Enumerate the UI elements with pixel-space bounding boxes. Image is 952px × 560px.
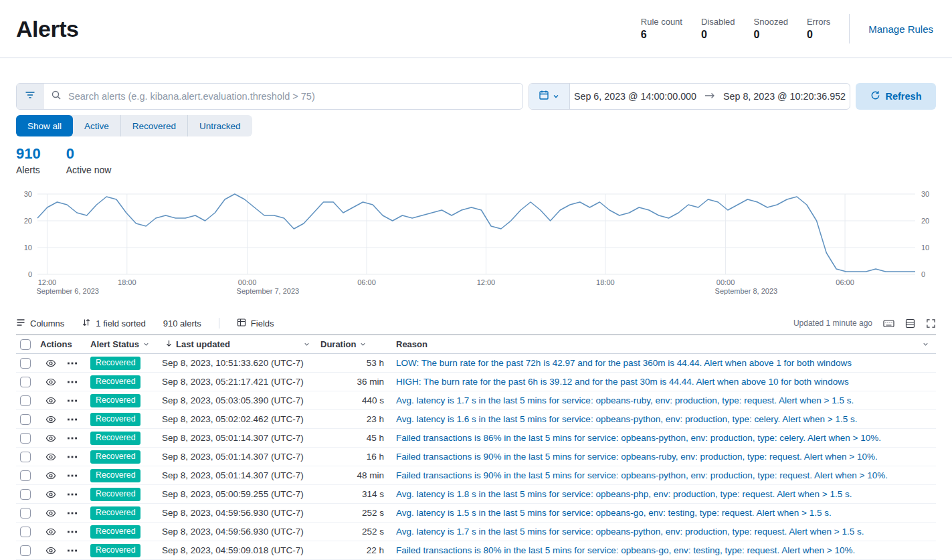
more-actions-icon[interactable] <box>67 527 78 537</box>
svg-text:18:00: 18:00 <box>596 278 615 286</box>
manage-rules-link[interactable]: Manage Rules <box>868 23 933 35</box>
keyboard-shortcuts-icon[interactable] <box>883 318 894 329</box>
stat-value: 0 <box>807 29 830 41</box>
tab-show-all[interactable]: Show all <box>16 115 73 136</box>
row-checkbox[interactable] <box>20 545 31 556</box>
quick-select-button[interactable] <box>529 84 570 109</box>
more-actions-icon[interactable] <box>67 545 78 556</box>
view-alert-icon[interactable] <box>45 414 56 425</box>
reason-link[interactable]: Avg. latency is 1.6 s in the last 5 mins… <box>396 414 936 424</box>
view-alert-icon[interactable] <box>45 508 56 519</box>
date-start-button[interactable]: Sep 6, 2023 @ 14:00:00.000 <box>574 91 696 102</box>
last-updated-cell: Sep 8, 2023, 10:51:33.620 (UTC-7) <box>162 358 316 368</box>
header-last-updated[interactable]: Last updated <box>162 339 316 350</box>
filter-set-button[interactable] <box>17 84 43 109</box>
reason-link[interactable]: Avg. latency is 1.8 s in the last 5 mins… <box>396 489 936 499</box>
view-alert-icon[interactable] <box>45 545 56 556</box>
more-actions-icon[interactable] <box>67 508 78 519</box>
table-body: Recovered Sep 8, 2023, 10:51:33.620 (UTC… <box>16 354 936 560</box>
tab-active[interactable]: Active <box>73 115 120 136</box>
reason-link[interactable]: LOW: The burn rate for the past 72h is 4… <box>396 358 936 368</box>
more-actions-icon[interactable] <box>67 395 78 406</box>
reason-link[interactable]: Failed transactions is 90% in the last 5… <box>396 470 936 480</box>
reason-link[interactable]: Avg. latency is 1.7 s in the last 5 mins… <box>396 395 936 405</box>
row-actions-cell <box>39 377 87 387</box>
header-reason[interactable]: Reason <box>388 339 936 349</box>
tab-recovered[interactable]: Recovered <box>120 115 187 136</box>
view-alert-icon[interactable] <box>45 377 56 387</box>
more-actions-icon[interactable] <box>67 489 78 500</box>
date-end-button[interactable]: Sep 8, 2023 @ 10:20:36.952 <box>723 91 846 102</box>
more-actions-icon[interactable] <box>67 433 78 444</box>
svg-text:September 8, 2023: September 8, 2023 <box>715 287 778 295</box>
row-checkbox-cell <box>16 452 39 462</box>
table-row: Recovered Sep 8, 2023, 05:00:59.255 (UTC… <box>16 485 936 504</box>
row-checkbox[interactable] <box>20 377 31 387</box>
more-actions-icon[interactable] <box>67 414 78 425</box>
status-badge: Recovered <box>90 469 140 482</box>
tab-untracked[interactable]: Untracked <box>187 115 252 136</box>
columns-button[interactable]: Columns <box>16 318 64 329</box>
svg-text:0: 0 <box>921 270 925 278</box>
more-actions-icon[interactable] <box>67 452 78 462</box>
status-badge: Recovered <box>90 450 140 464</box>
status-badge: Recovered <box>90 432 140 445</box>
row-actions-cell <box>39 395 87 406</box>
chevron-down-icon <box>142 341 150 348</box>
view-alert-icon[interactable] <box>45 527 56 537</box>
alerts-summary: 910 Alerts 0 Active now <box>16 146 936 175</box>
reason-link[interactable]: HIGH: The burn rate for the past 6h is 3… <box>396 377 936 387</box>
sort-fields-button[interactable]: 1 field sorted <box>82 318 145 329</box>
header-reason-label: Reason <box>396 339 427 349</box>
row-checkbox-cell <box>16 395 39 406</box>
row-checkbox[interactable] <box>20 433 31 444</box>
table-row: Recovered Sep 8, 2023, 05:01:14.307 (UTC… <box>16 466 936 485</box>
header-alert-status[interactable]: Alert Status <box>87 339 162 349</box>
view-alert-icon[interactable] <box>45 433 56 444</box>
last-updated-cell: Sep 8, 2023, 05:01:14.307 (UTC-7) <box>162 452 316 462</box>
header-updated-label: Last updated <box>176 339 230 349</box>
more-actions-icon[interactable] <box>67 358 78 369</box>
more-actions-icon[interactable] <box>67 377 78 387</box>
fullscreen-icon[interactable] <box>926 318 936 329</box>
alerts-active-label: Active now <box>66 165 112 175</box>
refresh-button[interactable]: Refresh <box>856 83 936 110</box>
svg-text:00:00: 00:00 <box>238 278 257 286</box>
reason-link[interactable]: Avg. latency is 1.5 s in the last 5 mins… <box>396 508 936 518</box>
reason-link[interactable]: Avg. latency is 1.7 s in the last 5 mins… <box>396 527 936 537</box>
row-checkbox[interactable] <box>20 358 31 369</box>
header-actions: Actions <box>39 339 87 349</box>
status-cell: Recovered <box>87 375 162 389</box>
row-checkbox[interactable] <box>20 452 31 462</box>
row-checkbox[interactable] <box>20 470 31 481</box>
header-duration[interactable]: Duration <box>316 339 388 349</box>
view-alert-icon[interactable] <box>45 395 56 406</box>
row-checkbox[interactable] <box>20 508 31 519</box>
row-checkbox[interactable] <box>20 395 31 406</box>
more-actions-icon[interactable] <box>67 470 78 481</box>
view-alert-icon[interactable] <box>45 470 56 481</box>
reason-link[interactable]: Failed transactions is 80% in the last 5… <box>396 545 936 555</box>
select-all-checkbox[interactable] <box>20 339 31 350</box>
reason-link[interactable]: Failed transactions is 86% in the last 5… <box>396 433 936 443</box>
row-checkbox[interactable] <box>20 414 31 425</box>
svg-text:06:00: 06:00 <box>836 278 854 286</box>
view-alert-icon[interactable] <box>45 452 56 462</box>
reason-link[interactable]: Failed transactions is 90% in the last 5… <box>396 452 936 462</box>
row-checkbox[interactable] <box>20 489 31 500</box>
row-actions-cell <box>39 433 87 444</box>
fields-button[interactable]: Fields <box>237 318 274 329</box>
table-row: Recovered Sep 8, 2023, 05:03:05.390 (UTC… <box>16 391 936 410</box>
filter-icon <box>25 90 35 103</box>
duration-cell: 48 min <box>316 470 388 480</box>
search-row: Sep 6, 2023 @ 14:00:00.000 Sep 8, 2023 @… <box>16 83 936 110</box>
search-input[interactable] <box>67 90 515 102</box>
reason-cell: Failed transactions is 90% in the last 5… <box>388 470 936 480</box>
duration-cell: 23 h <box>316 414 388 424</box>
view-alert-icon[interactable] <box>45 358 56 369</box>
view-alert-icon[interactable] <box>45 489 56 500</box>
display-options-icon[interactable] <box>905 318 915 329</box>
row-checkbox[interactable] <box>20 527 31 537</box>
header-actions-label: Actions <box>40 339 72 349</box>
svg-text:00:00: 00:00 <box>717 278 735 286</box>
